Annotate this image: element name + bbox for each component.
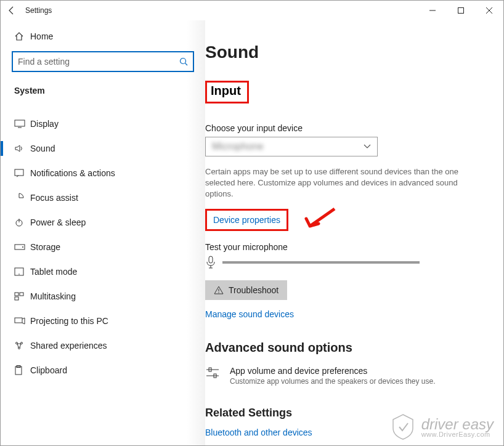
home-nav[interactable]: Home bbox=[1, 26, 205, 46]
close-button[interactable] bbox=[475, 1, 503, 20]
main-content: Sound Input Choose your input device Mic… bbox=[205, 20, 503, 445]
sound-icon bbox=[14, 144, 30, 153]
page-title: Sound bbox=[205, 43, 486, 62]
sidebar-item-label: Focus assist bbox=[30, 193, 78, 203]
focus-assist-icon bbox=[14, 193, 30, 203]
sidebar: Home System Display Sound Notificatio bbox=[1, 20, 205, 445]
sidebar-item-shared[interactable]: Shared experiences bbox=[1, 333, 205, 358]
sidebar-item-projecting[interactable]: Projecting to this PC bbox=[1, 309, 205, 333]
shared-icon bbox=[14, 341, 30, 351]
svg-rect-6 bbox=[15, 120, 25, 126]
input-device-dropdown[interactable]: Microphone bbox=[205, 137, 378, 156]
svg-rect-16 bbox=[20, 293, 23, 296]
sidebar-item-label: Sound bbox=[30, 144, 55, 153]
svg-line-5 bbox=[185, 63, 188, 66]
troubleshoot-button[interactable]: Troubleshoot bbox=[205, 280, 287, 300]
svg-point-4 bbox=[181, 59, 186, 64]
back-button[interactable] bbox=[7, 6, 25, 15]
sidebar-item-label: Display bbox=[30, 119, 59, 129]
sidebar-item-sound[interactable]: Sound bbox=[1, 136, 205, 161]
advanced-heading: Advanced sound options bbox=[205, 341, 486, 355]
microphone-icon bbox=[205, 256, 216, 269]
search-input-wrap[interactable] bbox=[12, 51, 194, 72]
mic-level-bar bbox=[222, 261, 420, 264]
test-mic-label: Test your microphone bbox=[205, 242, 486, 252]
chevron-down-icon bbox=[364, 144, 371, 149]
sidebar-item-focus-assist[interactable]: Focus assist bbox=[1, 185, 205, 210]
svg-rect-8 bbox=[15, 169, 23, 176]
sidebar-item-display[interactable]: Display bbox=[1, 112, 205, 136]
svg-point-26 bbox=[218, 292, 219, 293]
svg-point-14 bbox=[18, 274, 20, 275]
window-title: Settings bbox=[25, 6, 52, 15]
home-icon bbox=[14, 31, 30, 41]
manage-sound-devices-link[interactable]: Manage sound devices bbox=[205, 309, 294, 319]
projecting-icon bbox=[14, 317, 30, 325]
choose-input-label: Choose your input device bbox=[205, 123, 486, 133]
notifications-icon bbox=[14, 169, 30, 177]
svg-rect-1 bbox=[458, 8, 464, 14]
related-heading: Related Settings bbox=[205, 407, 486, 420]
maximize-button[interactable] bbox=[447, 1, 475, 20]
svg-rect-17 bbox=[15, 297, 18, 300]
multitasking-icon bbox=[14, 292, 30, 301]
sidebar-item-tablet[interactable]: Tablet mode bbox=[1, 259, 205, 284]
home-label: Home bbox=[30, 31, 53, 41]
sidebar-item-label: Storage bbox=[30, 242, 60, 252]
power-icon bbox=[14, 217, 30, 227]
adv-item-subtitle: Customize app volumes and the speakers o… bbox=[230, 377, 436, 386]
bluetooth-link[interactable]: Bluetooth and other devices bbox=[205, 428, 312, 437]
sidebar-item-label: Shared experiences bbox=[30, 341, 107, 351]
svg-point-12 bbox=[22, 246, 23, 248]
sidebar-item-multitasking[interactable]: Multitasking bbox=[1, 284, 205, 309]
search-icon bbox=[179, 57, 188, 66]
clipboard-icon bbox=[14, 365, 30, 375]
sidebar-item-label: Projecting to this PC bbox=[30, 316, 108, 326]
search-input[interactable] bbox=[18, 57, 179, 67]
sidebar-item-power[interactable]: Power & sleep bbox=[1, 210, 205, 235]
storage-icon bbox=[14, 244, 30, 250]
troubleshoot-label: Troubleshoot bbox=[229, 285, 278, 295]
tablet-icon bbox=[14, 267, 30, 276]
sidebar-item-notifications[interactable]: Notifications & actions bbox=[1, 161, 205, 185]
svg-rect-18 bbox=[15, 318, 22, 323]
display-icon bbox=[14, 120, 30, 128]
device-properties-link[interactable]: Device properties bbox=[213, 215, 280, 225]
sidebar-item-clipboard[interactable]: Clipboard bbox=[1, 358, 205, 383]
sidebar-item-label: Tablet mode bbox=[30, 267, 77, 277]
input-heading: Input bbox=[205, 81, 249, 103]
sidebar-heading: System bbox=[1, 81, 205, 100]
sidebar-item-label: Multitasking bbox=[30, 291, 76, 301]
input-help-text: Certain apps may be set up to use differ… bbox=[205, 166, 470, 200]
sidebar-item-label: Power & sleep bbox=[30, 217, 86, 227]
sidebar-item-label: Clipboard bbox=[30, 365, 67, 375]
app-volume-preferences-row[interactable]: App volume and device preferences Custom… bbox=[205, 366, 486, 386]
svg-rect-24 bbox=[209, 256, 213, 263]
dropdown-value: Microphone bbox=[212, 141, 264, 152]
svg-rect-15 bbox=[15, 293, 18, 296]
sliders-icon bbox=[205, 366, 221, 379]
annotation-arrow-icon bbox=[304, 205, 341, 236]
adv-item-title: App volume and device preferences bbox=[230, 366, 436, 376]
minimize-button[interactable] bbox=[418, 1, 447, 20]
sidebar-item-label: Notifications & actions bbox=[30, 168, 115, 178]
sidebar-item-storage[interactable]: Storage bbox=[1, 235, 205, 259]
warning-icon bbox=[214, 286, 224, 294]
